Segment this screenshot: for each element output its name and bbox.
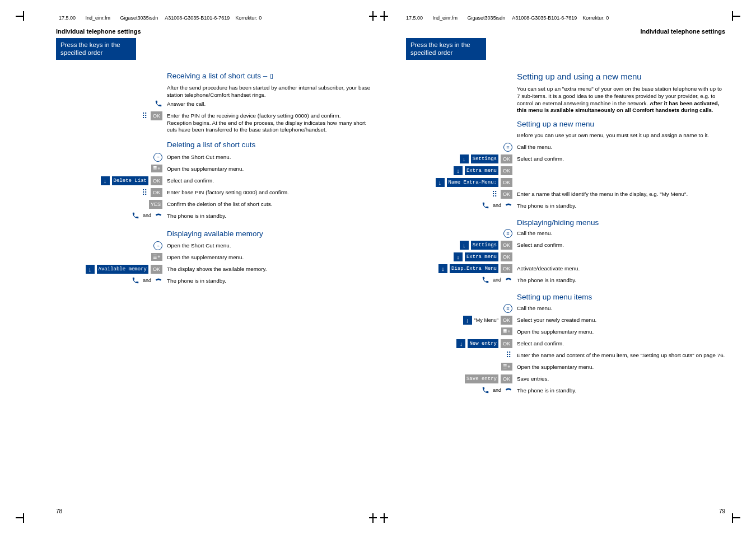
ok-button: OK — [151, 265, 162, 274]
step-answer: Answer the call. — [167, 100, 375, 108]
step-mem: The display shows the available memory. — [167, 265, 375, 273]
step-open-shortcut-2: Open the Short Cut menu. — [167, 241, 375, 250]
step-standby-2: The phone is in standby. — [517, 276, 725, 284]
key-settings: Settings — [471, 154, 498, 163]
key-save-entry: Save entry — [465, 374, 498, 383]
instruction-strip: Press the keys in thespecified order — [406, 38, 486, 60]
step-select-2: Select and confirm. — [517, 241, 725, 249]
down-arrow-icon: ↓ — [454, 252, 463, 261]
handset-icon — [132, 277, 139, 284]
down-arrow-icon: ↓ — [86, 265, 95, 274]
step-entername: Enter a name that will identify the menu… — [517, 190, 725, 198]
step-save: Save entries. — [517, 374, 725, 383]
step-standby: The phone is in standby. — [517, 202, 725, 210]
step-standby-2: The phone is in standby. — [167, 277, 375, 285]
ok-button: OK — [501, 241, 512, 250]
key-my-menu: "My Menu" — [474, 316, 498, 324]
ok-button: OK — [501, 374, 512, 383]
key-name-extra: Name Extra-Menu: — [447, 178, 498, 187]
step-selnew: Select your newly created menu. — [517, 316, 725, 324]
before-text: Before you can use your own menu, you mu… — [517, 131, 725, 139]
step-open-shortcut: Open the Short Cut menu. — [167, 153, 375, 161]
step-standby-3: The phone is in standby. — [517, 386, 725, 395]
ok-button: OK — [151, 176, 162, 185]
supp-menu-icon: ≣+ — [151, 253, 162, 261]
handset-icon — [155, 100, 162, 107]
supp-menu-icon: ≣+ — [501, 363, 512, 371]
ok-button: OK — [501, 154, 512, 163]
hangup-icon — [155, 277, 162, 284]
step-call-menu-2: Call the menu. — [517, 229, 725, 237]
heading-menu-items: Setting up menu items — [517, 292, 725, 302]
key-new-entry: New entry — [468, 339, 498, 348]
step-activate: Activate/deactivate menu. — [517, 264, 725, 273]
menu-icon: ≡ — [503, 143, 512, 152]
hangup-icon — [505, 276, 512, 284]
shortcut-icon: ↔ — [153, 153, 162, 162]
ok-button: OK — [501, 252, 512, 261]
step-selconf: Select and confirm. — [517, 339, 725, 348]
ok-button: OK — [501, 316, 512, 325]
heading-disp-hide: Displaying/hiding menus — [517, 218, 725, 228]
heading-memory: Displaying available memory — [167, 229, 375, 239]
down-arrow-icon: ↓ — [463, 316, 472, 325]
step-open-supp-2: Open the supplementary menu. — [167, 253, 375, 261]
menu-icon: ≡ — [503, 304, 512, 313]
down-arrow-icon: ↓ — [101, 176, 110, 185]
ok-button: OK — [501, 178, 512, 187]
key-extra-menu: Extra menu — [465, 166, 498, 175]
heading-setup-new: Setting up a new menu — [517, 119, 725, 129]
ok-button: OK — [151, 188, 162, 197]
hangup-icon — [155, 212, 162, 219]
down-arrow-icon: ↓ — [436, 178, 445, 187]
down-arrow-icon: ↓ — [454, 166, 463, 175]
step-call-menu: Call the menu. — [517, 143, 725, 151]
step-select: Select and confirm. — [167, 176, 375, 185]
key-disp-extra: Disp.Extra Menu — [450, 264, 498, 273]
key-settings: Settings — [471, 241, 498, 250]
handset-icon — [482, 386, 489, 394]
header-right: 17.5.00 Ind_einr.fm Gigaset3035isdn A310… — [406, 15, 609, 21]
heading-deleting: Deleting a list of short cuts — [167, 140, 375, 150]
hangup-icon — [505, 386, 512, 394]
step-supp-2: Open the supplementary menu. — [517, 363, 725, 371]
keypad-icon: ⠿ — [141, 189, 148, 196]
shortcut-icon: ↔ — [153, 241, 162, 250]
down-arrow-icon: ↓ — [460, 154, 469, 163]
heading-receiving: Receiving a list of short cuts – ▯ — [167, 71, 375, 81]
down-arrow-icon: ↓ — [438, 264, 447, 273]
ok-button: OK — [501, 264, 512, 273]
keypad-icon: ⠿ — [491, 190, 498, 198]
section-title-left: Individual telephone settings — [56, 28, 375, 35]
step-content: Enter the name and content of the menu i… — [517, 351, 725, 359]
intro-right: You can set up an "extra menu" of your o… — [517, 85, 725, 114]
instruction-strip: Press the keys in thespecified order — [56, 38, 136, 60]
step-call-menu-3: Call the menu. — [517, 304, 725, 312]
ok-button: OK — [501, 166, 512, 175]
ok-button: OK — [501, 339, 512, 348]
key-extra-menu: Extra menu — [465, 252, 498, 261]
key-delete-list: Delete List — [112, 176, 148, 185]
down-arrow-icon: ↓ — [460, 241, 469, 250]
step-pin: Enter the PIN of the receiving device (f… — [167, 111, 375, 134]
key-available-memory: Available memory — [97, 265, 148, 274]
keypad-icon: ⠿ — [505, 351, 512, 359]
page-number-left: 78 — [56, 508, 62, 514]
ok-button: OK — [501, 190, 512, 199]
yes-button: YES — [149, 200, 162, 209]
step-standby: The phone is in standby. — [167, 212, 375, 220]
step-select: Select and confirm. — [517, 154, 725, 163]
supp-menu-icon: ≣+ — [501, 327, 512, 335]
step-supp: Open the supplementary menu. — [517, 327, 725, 336]
ok-button: OK — [151, 111, 162, 120]
header-left: 17.5.00 Ind_einr.fm Gigaset3035isdn A310… — [59, 15, 262, 21]
intro-text: After the send procedure has been starte… — [167, 83, 375, 99]
handset-icon — [132, 212, 139, 219]
section-title-right: Individual telephone settings — [406, 28, 725, 35]
step-confirm-del: Confirm the deletion of the list of shor… — [167, 200, 375, 208]
heading-setup-using: Setting up and using a new menu — [517, 71, 725, 82]
hangup-icon — [505, 202, 512, 209]
page-number-right: 79 — [719, 508, 725, 514]
step-open-supp: Open the supplementary menu. — [167, 165, 375, 173]
handset-icon — [482, 202, 489, 209]
